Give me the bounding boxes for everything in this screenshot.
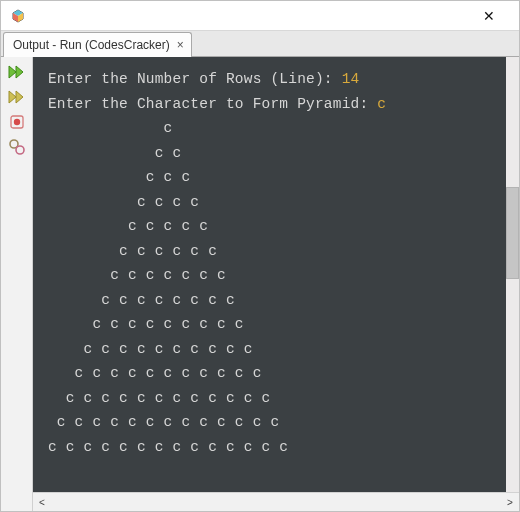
play-all-icon [8,65,26,80]
console-area: Enter the Number of Rows (Line): 14 Ente… [33,57,519,511]
tab-label: Output - Run (CodesCracker) [13,38,170,52]
scroll-left-button[interactable]: < [33,493,51,511]
horizontal-scrollbar-track[interactable] [51,493,501,511]
horizontal-scrollbar[interactable]: < > [33,492,519,511]
play-all-button[interactable] [4,61,30,83]
svg-marker-4 [9,66,16,78]
tab-close-button[interactable]: × [177,39,184,51]
console-text: Enter the Number of Rows (Line): 14 Ente… [39,67,513,459]
svg-point-9 [13,119,19,125]
play-icon [8,90,26,105]
close-icon: ✕ [483,8,495,24]
output-window: ✕ Output - Run (CodesCracker) × [0,0,520,512]
svg-point-11 [16,146,24,154]
record-button[interactable] [4,111,30,133]
console-output: Enter the Number of Rows (Line): 14 Ente… [33,57,519,492]
settings-button[interactable] [4,136,30,158]
window-body: Enter the Number of Rows (Line): 14 Ente… [1,57,519,511]
record-icon [9,114,25,130]
vertical-scrollbar-thumb[interactable] [506,187,519,279]
vertical-scrollbar-track[interactable] [506,57,519,492]
side-toolbar [1,57,33,511]
play-button[interactable] [4,86,30,108]
window-close-button[interactable]: ✕ [469,1,509,30]
svg-marker-6 [9,91,16,103]
svg-marker-5 [16,66,23,78]
titlebar: ✕ [1,1,519,31]
settings-icon [8,138,26,156]
scroll-right-button[interactable]: > [501,493,519,511]
svg-marker-7 [16,91,23,103]
tab-bar: Output - Run (CodesCracker) × [1,31,519,57]
tab-output-run[interactable]: Output - Run (CodesCracker) × [3,32,192,57]
app-icon [11,9,25,23]
